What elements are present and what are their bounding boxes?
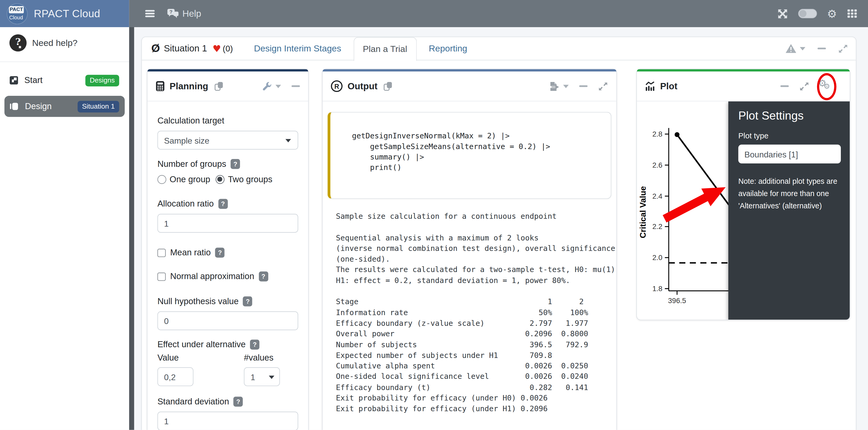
radio-one-group[interactable] [157, 175, 166, 184]
expand-card-button[interactable] [838, 43, 848, 54]
plot-title: Plot [660, 81, 677, 91]
allocation-ratio-label: Allocation ratio? [157, 199, 298, 209]
boundary-point-stage1 [675, 132, 680, 137]
designs-badge: Designs [85, 74, 119, 86]
planning-accent-strip [147, 69, 308, 71]
svg-text:2.6: 2.6 [652, 161, 662, 169]
null-hypothesis-input[interactable] [157, 311, 298, 330]
fullscreen-arrows-icon[interactable] [777, 8, 788, 19]
null-hypothesis-label: Null hypothesis value? [157, 296, 298, 306]
plot-accent-strip [637, 69, 850, 71]
plot-header: Plot ⚙ ⚙ [637, 71, 850, 102]
grid-apps-icon[interactable] [847, 9, 857, 18]
help-badge-icon[interactable]: ? [231, 159, 240, 169]
collapse-panel-button[interactable] [579, 86, 587, 87]
situation-title: Situation 1 [164, 43, 207, 54]
chevron-down-icon [276, 85, 281, 88]
effect-nvalues-label: #values [244, 353, 280, 363]
expand-icon [799, 81, 809, 91]
help-badge-icon[interactable]: ? [218, 199, 227, 209]
output-header: R Output [322, 71, 616, 102]
red-circle-annotation [817, 73, 836, 100]
plot-body: 2.8 2.6 2.4 2.2 2.0 1.8 Critical Value 3… [637, 101, 850, 320]
effect-nvalues-select[interactable]: 1 [244, 367, 280, 386]
allocation-ratio-input[interactable] [157, 214, 298, 233]
question-mark-icon: ? [9, 34, 27, 52]
menu-toggle-icon[interactable] [145, 10, 155, 17]
minus-icon [291, 86, 300, 87]
logo-text-pact: PACT [9, 6, 24, 13]
chevron-down-icon [800, 47, 805, 50]
sidebar-item-start[interactable]: Start Designs [4, 70, 125, 91]
help-menu[interactable]: ? Help [167, 8, 201, 19]
empty-set-icon: Ø [151, 42, 160, 55]
help-badge-icon[interactable]: ? [234, 397, 243, 406]
chart-icon [645, 81, 655, 91]
need-help-item[interactable]: ? Need help? [0, 27, 129, 58]
tab-reporting[interactable]: Reporting [420, 37, 476, 60]
settings-gear-icon[interactable]: ⚙ [827, 8, 837, 19]
copy-button[interactable] [214, 81, 223, 91]
calculator-icon [156, 81, 164, 91]
situation-header[interactable]: Ø Situation 1 ♥ (0) [151, 42, 233, 55]
situation-badge: Situation 1 [78, 101, 119, 112]
warnings-dropdown[interactable] [785, 44, 805, 53]
collapse-card-button[interactable] [817, 48, 826, 49]
plot-settings-title: Plot Settings [738, 109, 840, 123]
mean-ratio-checkbox[interactable] [157, 249, 166, 257]
planning-header: Planning [147, 71, 308, 102]
normal-approximation-checkbox[interactable] [157, 272, 166, 281]
favorite-count: (0) [223, 44, 233, 53]
heart-icon[interactable]: ♥ [213, 43, 221, 54]
help-badge-icon[interactable]: ? [250, 340, 259, 350]
app-window: PACT Cloud RPACT Cloud ? Help [0, 0, 868, 430]
plot-type-label: Plot type [738, 131, 840, 140]
help-badge-icon[interactable]: ? [215, 248, 225, 258]
help-badge-icon[interactable]: ? [258, 271, 268, 282]
output-accent-strip [322, 69, 616, 71]
x-tick-label: 396.5 [668, 297, 686, 305]
collapse-panel-button[interactable] [291, 86, 300, 87]
sidebar-header: PACT Cloud RPACT Cloud [0, 0, 129, 27]
sidebar-item-design[interactable]: Design Situation 1 [4, 96, 125, 117]
plot-type-select[interactable]: Boundaries [1] [738, 145, 841, 163]
content-scrollbar[interactable] [129, 27, 134, 430]
svg-text:2.2: 2.2 [652, 223, 662, 231]
svg-text:?: ? [169, 9, 173, 14]
r-logo-icon: R [331, 80, 343, 92]
output-panel: R Output [322, 69, 617, 430]
tab-plan-a-trial[interactable]: Plan a Trial [353, 37, 416, 61]
efficacy-boundary-line [677, 135, 735, 212]
standard-deviation-input[interactable] [157, 412, 298, 430]
dark-mode-toggle[interactable] [798, 9, 817, 18]
collapse-panel-button[interactable] [780, 86, 789, 87]
copy-button[interactable] [384, 81, 393, 91]
standard-deviation-label: Standard deviation? [157, 397, 298, 406]
r-code-block: getDesignInverseNormal(kMax = 2) |> getS… [328, 112, 611, 199]
help-badge-icon[interactable]: ? [243, 296, 252, 306]
tools-dropdown[interactable] [262, 81, 281, 91]
minus-icon [579, 86, 587, 87]
sidebar-divider [0, 62, 129, 62]
chevron-down-icon [285, 139, 291, 142]
expand-panel-button[interactable] [799, 81, 809, 91]
calculation-target-label: Calculation target [157, 115, 298, 126]
logo-text-cloud: Cloud [6, 14, 25, 20]
svg-text:2.0: 2.0 [652, 254, 662, 262]
effect-value-input[interactable] [157, 367, 193, 386]
expand-panel-button[interactable] [598, 81, 608, 91]
calculation-target-value: Sample size [164, 135, 209, 145]
chevron-down-icon [563, 85, 569, 88]
rpact-logo-icon[interactable]: PACT Cloud [6, 3, 28, 24]
radio-two-groups[interactable] [216, 175, 225, 184]
planning-form: Calculation target Sample size Number of… [147, 101, 308, 430]
calculation-target-select[interactable]: Sample size [157, 131, 298, 150]
topbar: ? Help ⚙ [129, 0, 868, 27]
r-code[interactable]: getDesignInverseNormal(kMax = 2) |> getS… [352, 131, 605, 173]
sidebar: ? Need help? Start Designs Design Situat… [0, 27, 129, 430]
export-dropdown[interactable] [549, 81, 569, 91]
svg-text:2.8: 2.8 [652, 130, 662, 138]
svg-text:2.4: 2.4 [652, 192, 662, 200]
copy-icon [214, 81, 223, 91]
tab-design-interim-stages[interactable]: Design Interim Stages [245, 37, 350, 60]
